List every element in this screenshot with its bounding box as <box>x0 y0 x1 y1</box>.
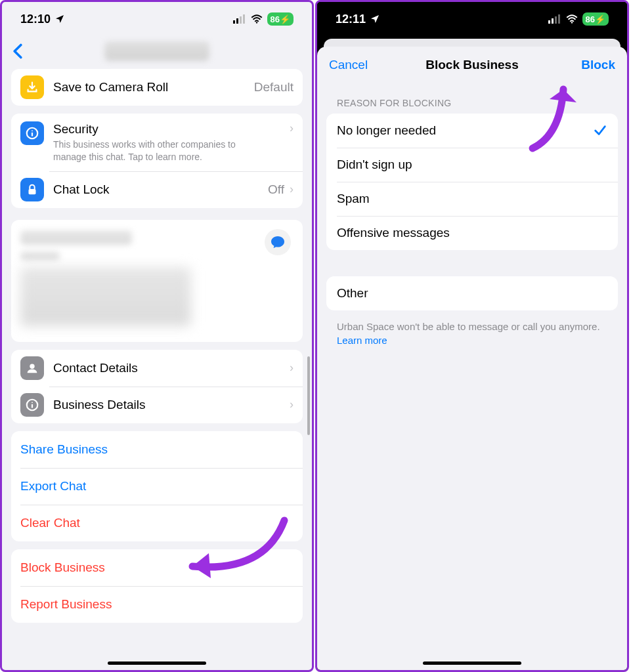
scrollbar[interactable] <box>307 356 310 435</box>
contact-details-label: Contact Details <box>53 360 138 376</box>
reason-options: No longer needed Didn't sign up Spam Off… <box>326 114 618 250</box>
save-label: Save to Camera Roll <box>53 79 168 95</box>
reason-other[interactable]: Other <box>326 276 618 310</box>
reason-no-longer-needed[interactable]: No longer needed <box>326 114 618 148</box>
save-to-camera-roll-row[interactable]: Save to Camera Roll Default <box>11 69 303 106</box>
svg-rect-12 <box>552 18 554 24</box>
home-indicator <box>423 662 521 665</box>
save-value: Default <box>254 80 294 94</box>
security-sub: This business works with other companies… <box>53 138 250 163</box>
svg-rect-1 <box>236 18 238 24</box>
security-label: Security <box>53 121 250 137</box>
svg-point-8 <box>30 364 34 368</box>
battery-icon: 86⚡ <box>582 12 609 26</box>
svg-rect-2 <box>240 16 242 24</box>
clear-chat-row[interactable]: Clear Chat <box>11 505 303 541</box>
contact-icon <box>20 356 44 380</box>
chevron-right-icon: › <box>290 182 294 196</box>
export-chat-row[interactable]: Export Chat <box>11 468 303 505</box>
wifi-icon <box>250 14 263 24</box>
contact-details-row[interactable]: Contact Details › <box>11 350 303 387</box>
block-business-label: Block Business <box>20 560 105 576</box>
cellular-icon <box>548 14 561 24</box>
business-details-label: Business Details <box>53 397 145 413</box>
reason-label: Other <box>337 286 368 301</box>
status-time: 12:10 <box>20 12 51 26</box>
lock-icon <box>20 178 44 201</box>
svg-point-6 <box>32 130 33 131</box>
reason-label: Spam <box>337 192 370 206</box>
footer-note: Urban Space won't be able to message or … <box>317 310 627 356</box>
reason-label: Offensive messages <box>337 226 450 240</box>
share-business-row[interactable]: Share Business <box>11 431 303 468</box>
location-icon <box>54 14 65 24</box>
block-sheet: Cancel Block Business Block REASON FOR B… <box>317 47 627 670</box>
wifi-icon <box>565 14 578 24</box>
chevron-right-icon: › <box>290 361 294 375</box>
cancel-button[interactable]: Cancel <box>329 58 368 72</box>
navbar <box>2 36 312 66</box>
message-icon[interactable] <box>265 229 291 255</box>
report-business-row[interactable]: Report Business <box>11 586 303 623</box>
status-bar: 12:11 86⚡ <box>317 2 627 36</box>
export-chat-label: Export Chat <box>20 478 86 494</box>
block-business-row[interactable]: Block Business <box>11 549 303 586</box>
back-button[interactable] <box>9 43 27 59</box>
status-bar: 12:10 86⚡ <box>2 2 312 36</box>
svg-rect-3 <box>243 14 245 24</box>
reason-label: Didn't sign up <box>337 158 412 172</box>
block-button[interactable]: Block <box>581 58 615 72</box>
reason-label: No longer needed <box>337 123 436 138</box>
checkmark-icon <box>593 123 607 138</box>
info-icon <box>20 121 44 145</box>
chat-lock-value: Off <box>268 182 284 197</box>
redacted-contact-card <box>11 220 303 342</box>
chevron-right-icon: › <box>290 398 294 411</box>
svg-point-4 <box>255 22 257 23</box>
chevron-right-icon: › <box>290 121 294 135</box>
svg-point-15 <box>571 22 572 23</box>
reason-offensive[interactable]: Offensive messages <box>326 216 618 250</box>
business-details-row[interactable]: Business Details › <box>11 387 303 423</box>
clear-chat-label: Clear Chat <box>20 515 80 531</box>
reason-spam[interactable]: Spam <box>326 182 618 216</box>
phone-right: 12:11 86⚡ Cancel Block Business Block <box>315 0 629 672</box>
battery-icon: 86⚡ <box>267 12 294 26</box>
sheet-navbar: Cancel Block Business Block <box>317 47 627 83</box>
security-row[interactable]: Security This business works with other … <box>11 114 303 171</box>
status-time: 12:11 <box>336 12 366 26</box>
page-title-redacted <box>104 41 209 61</box>
chat-lock-row[interactable]: Chat Lock Off› <box>11 171 303 208</box>
reason-other-card: Other <box>326 276 618 310</box>
info-circle-icon <box>20 393 44 417</box>
learn-more-link[interactable]: Learn more <box>337 335 387 346</box>
svg-rect-14 <box>558 14 560 24</box>
home-indicator <box>108 662 206 665</box>
chat-lock-label: Chat Lock <box>53 182 110 198</box>
svg-point-10 <box>32 402 33 403</box>
location-icon <box>370 14 380 24</box>
reason-section-header: REASON FOR BLOCKING <box>317 83 627 114</box>
svg-rect-13 <box>555 16 557 24</box>
phone-left: 12:10 86⚡ <box>0 0 314 672</box>
cellular-icon <box>233 14 246 24</box>
download-icon <box>20 75 44 99</box>
svg-rect-11 <box>548 20 550 24</box>
report-business-label: Report Business <box>20 597 112 612</box>
reason-didnt-sign-up[interactable]: Didn't sign up <box>326 148 618 182</box>
svg-rect-0 <box>233 20 235 24</box>
sheet-title: Block Business <box>425 58 519 72</box>
share-business-label: Share Business <box>20 442 108 457</box>
svg-rect-7 <box>29 189 36 194</box>
